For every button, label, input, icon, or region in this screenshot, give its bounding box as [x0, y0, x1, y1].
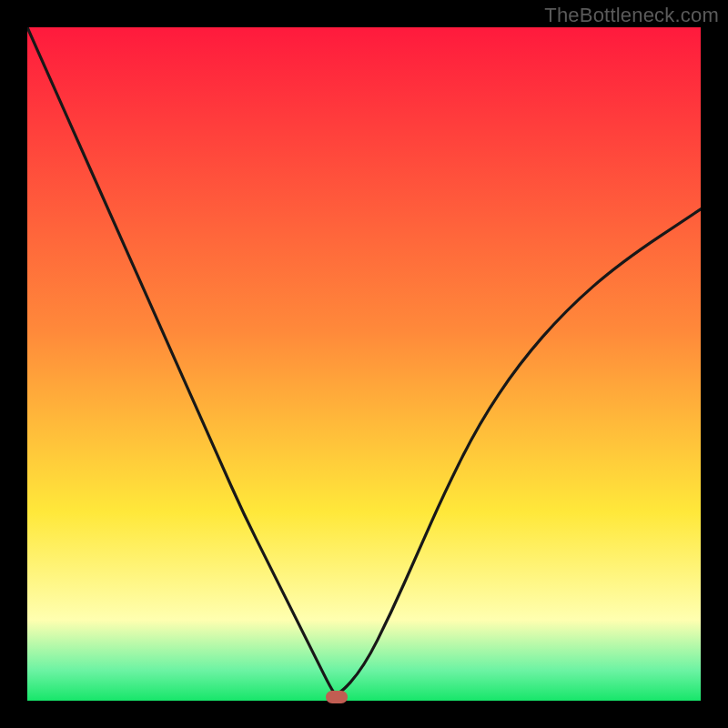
chart-frame [27, 27, 701, 701]
watermark-text: TheBottleneck.com [544, 4, 719, 27]
optimum-marker [326, 691, 348, 703]
chart-curve [27, 27, 701, 701]
